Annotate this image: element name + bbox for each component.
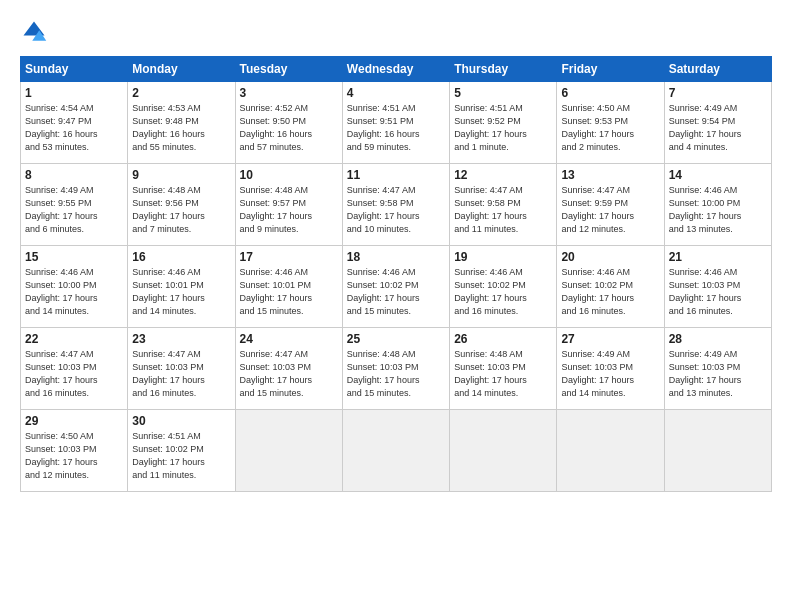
day-cell: 28Sunrise: 4:49 AM Sunset: 10:03 PM Dayl… <box>664 328 771 410</box>
day-cell: 14Sunrise: 4:46 AM Sunset: 10:00 PM Dayl… <box>664 164 771 246</box>
day-number: 4 <box>347 86 445 100</box>
day-number: 26 <box>454 332 552 346</box>
day-cell: 3Sunrise: 4:52 AM Sunset: 9:50 PM Daylig… <box>235 82 342 164</box>
day-cell: 21Sunrise: 4:46 AM Sunset: 10:03 PM Dayl… <box>664 246 771 328</box>
day-cell: 27Sunrise: 4:49 AM Sunset: 10:03 PM Dayl… <box>557 328 664 410</box>
day-cell: 4Sunrise: 4:51 AM Sunset: 9:51 PM Daylig… <box>342 82 449 164</box>
day-info: Sunrise: 4:47 AM Sunset: 9:58 PM Dayligh… <box>454 184 552 236</box>
day-cell <box>235 410 342 492</box>
day-info: Sunrise: 4:46 AM Sunset: 10:02 PM Daylig… <box>454 266 552 318</box>
day-cell: 11Sunrise: 4:47 AM Sunset: 9:58 PM Dayli… <box>342 164 449 246</box>
day-info: Sunrise: 4:49 AM Sunset: 9:54 PM Dayligh… <box>669 102 767 154</box>
week-row-1: 8Sunrise: 4:49 AM Sunset: 9:55 PM Daylig… <box>21 164 772 246</box>
logo <box>20 18 52 46</box>
day-cell: 18Sunrise: 4:46 AM Sunset: 10:02 PM Dayl… <box>342 246 449 328</box>
day-info: Sunrise: 4:47 AM Sunset: 10:03 PM Daylig… <box>25 348 123 400</box>
day-number: 29 <box>25 414 123 428</box>
day-info: Sunrise: 4:51 AM Sunset: 10:02 PM Daylig… <box>132 430 230 482</box>
day-cell: 8Sunrise: 4:49 AM Sunset: 9:55 PM Daylig… <box>21 164 128 246</box>
day-info: Sunrise: 4:48 AM Sunset: 9:57 PM Dayligh… <box>240 184 338 236</box>
dow-header-monday: Monday <box>128 57 235 82</box>
day-number: 8 <box>25 168 123 182</box>
day-number: 7 <box>669 86 767 100</box>
day-number: 28 <box>669 332 767 346</box>
dow-header-tuesday: Tuesday <box>235 57 342 82</box>
day-info: Sunrise: 4:46 AM Sunset: 10:02 PM Daylig… <box>347 266 445 318</box>
day-cell: 10Sunrise: 4:48 AM Sunset: 9:57 PM Dayli… <box>235 164 342 246</box>
day-cell: 9Sunrise: 4:48 AM Sunset: 9:56 PM Daylig… <box>128 164 235 246</box>
week-row-0: 1Sunrise: 4:54 AM Sunset: 9:47 PM Daylig… <box>21 82 772 164</box>
day-info: Sunrise: 4:48 AM Sunset: 9:56 PM Dayligh… <box>132 184 230 236</box>
day-info: Sunrise: 4:49 AM Sunset: 10:03 PM Daylig… <box>669 348 767 400</box>
day-cell: 24Sunrise: 4:47 AM Sunset: 10:03 PM Dayl… <box>235 328 342 410</box>
day-number: 1 <box>25 86 123 100</box>
day-info: Sunrise: 4:50 AM Sunset: 10:03 PM Daylig… <box>25 430 123 482</box>
day-number: 14 <box>669 168 767 182</box>
week-row-4: 29Sunrise: 4:50 AM Sunset: 10:03 PM Dayl… <box>21 410 772 492</box>
day-info: Sunrise: 4:51 AM Sunset: 9:51 PM Dayligh… <box>347 102 445 154</box>
day-number: 30 <box>132 414 230 428</box>
day-number: 13 <box>561 168 659 182</box>
day-number: 15 <box>25 250 123 264</box>
day-info: Sunrise: 4:47 AM Sunset: 9:59 PM Dayligh… <box>561 184 659 236</box>
day-cell: 15Sunrise: 4:46 AM Sunset: 10:00 PM Dayl… <box>21 246 128 328</box>
day-number: 12 <box>454 168 552 182</box>
day-number: 19 <box>454 250 552 264</box>
day-cell: 25Sunrise: 4:48 AM Sunset: 10:03 PM Dayl… <box>342 328 449 410</box>
day-cell: 26Sunrise: 4:48 AM Sunset: 10:03 PM Dayl… <box>450 328 557 410</box>
day-cell: 19Sunrise: 4:46 AM Sunset: 10:02 PM Dayl… <box>450 246 557 328</box>
page: SundayMondayTuesdayWednesdayThursdayFrid… <box>0 0 792 612</box>
week-row-2: 15Sunrise: 4:46 AM Sunset: 10:00 PM Dayl… <box>21 246 772 328</box>
day-info: Sunrise: 4:51 AM Sunset: 9:52 PM Dayligh… <box>454 102 552 154</box>
day-info: Sunrise: 4:52 AM Sunset: 9:50 PM Dayligh… <box>240 102 338 154</box>
day-cell: 12Sunrise: 4:47 AM Sunset: 9:58 PM Dayli… <box>450 164 557 246</box>
day-number: 11 <box>347 168 445 182</box>
day-cell <box>557 410 664 492</box>
dow-header-saturday: Saturday <box>664 57 771 82</box>
day-number: 27 <box>561 332 659 346</box>
day-info: Sunrise: 4:54 AM Sunset: 9:47 PM Dayligh… <box>25 102 123 154</box>
day-number: 25 <box>347 332 445 346</box>
day-info: Sunrise: 4:46 AM Sunset: 10:01 PM Daylig… <box>240 266 338 318</box>
dow-header-thursday: Thursday <box>450 57 557 82</box>
day-info: Sunrise: 4:46 AM Sunset: 10:01 PM Daylig… <box>132 266 230 318</box>
day-cell: 30Sunrise: 4:51 AM Sunset: 10:02 PM Dayl… <box>128 410 235 492</box>
day-number: 23 <box>132 332 230 346</box>
header <box>20 18 772 46</box>
day-info: Sunrise: 4:46 AM Sunset: 10:00 PM Daylig… <box>25 266 123 318</box>
day-cell: 17Sunrise: 4:46 AM Sunset: 10:01 PM Dayl… <box>235 246 342 328</box>
day-of-week-row: SundayMondayTuesdayWednesdayThursdayFrid… <box>21 57 772 82</box>
day-cell: 16Sunrise: 4:46 AM Sunset: 10:01 PM Dayl… <box>128 246 235 328</box>
week-row-3: 22Sunrise: 4:47 AM Sunset: 10:03 PM Dayl… <box>21 328 772 410</box>
day-number: 20 <box>561 250 659 264</box>
day-cell <box>342 410 449 492</box>
day-number: 9 <box>132 168 230 182</box>
day-info: Sunrise: 4:50 AM Sunset: 9:53 PM Dayligh… <box>561 102 659 154</box>
day-info: Sunrise: 4:46 AM Sunset: 10:00 PM Daylig… <box>669 184 767 236</box>
day-cell: 1Sunrise: 4:54 AM Sunset: 9:47 PM Daylig… <box>21 82 128 164</box>
day-info: Sunrise: 4:48 AM Sunset: 10:03 PM Daylig… <box>454 348 552 400</box>
day-info: Sunrise: 4:47 AM Sunset: 9:58 PM Dayligh… <box>347 184 445 236</box>
day-number: 16 <box>132 250 230 264</box>
day-info: Sunrise: 4:47 AM Sunset: 10:03 PM Daylig… <box>132 348 230 400</box>
day-number: 18 <box>347 250 445 264</box>
day-cell: 7Sunrise: 4:49 AM Sunset: 9:54 PM Daylig… <box>664 82 771 164</box>
day-info: Sunrise: 4:47 AM Sunset: 10:03 PM Daylig… <box>240 348 338 400</box>
day-cell <box>450 410 557 492</box>
day-info: Sunrise: 4:49 AM Sunset: 9:55 PM Dayligh… <box>25 184 123 236</box>
dow-header-wednesday: Wednesday <box>342 57 449 82</box>
day-info: Sunrise: 4:49 AM Sunset: 10:03 PM Daylig… <box>561 348 659 400</box>
day-number: 2 <box>132 86 230 100</box>
calendar-body: 1Sunrise: 4:54 AM Sunset: 9:47 PM Daylig… <box>21 82 772 492</box>
day-cell: 23Sunrise: 4:47 AM Sunset: 10:03 PM Dayl… <box>128 328 235 410</box>
day-cell: 29Sunrise: 4:50 AM Sunset: 10:03 PM Dayl… <box>21 410 128 492</box>
dow-header-sunday: Sunday <box>21 57 128 82</box>
day-number: 21 <box>669 250 767 264</box>
day-cell: 20Sunrise: 4:46 AM Sunset: 10:02 PM Dayl… <box>557 246 664 328</box>
logo-icon <box>20 18 48 46</box>
calendar: SundayMondayTuesdayWednesdayThursdayFrid… <box>20 56 772 492</box>
day-info: Sunrise: 4:46 AM Sunset: 10:03 PM Daylig… <box>669 266 767 318</box>
day-number: 5 <box>454 86 552 100</box>
day-number: 10 <box>240 168 338 182</box>
day-number: 6 <box>561 86 659 100</box>
